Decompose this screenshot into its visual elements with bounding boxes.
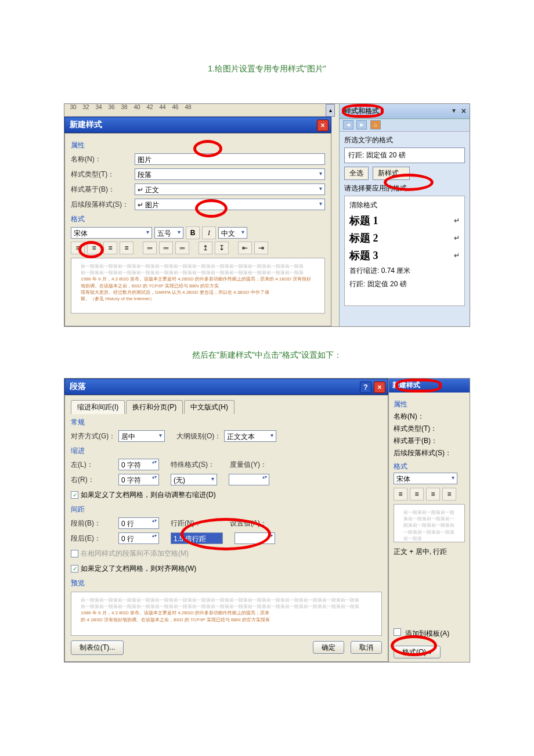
new-style-button[interactable]: 新样式... bbox=[373, 167, 410, 180]
style-item-heading1[interactable]: 标题 1↵ bbox=[348, 212, 461, 229]
left-indent-spinner[interactable]: 0 字符 bbox=[118, 459, 159, 470]
type-dropdown[interactable]: 段落 bbox=[135, 168, 325, 180]
section-general: 常规 bbox=[71, 417, 382, 427]
style-item-clear[interactable]: 清除格式 bbox=[348, 199, 461, 212]
frag-align-justify-icon[interactable]: ≡ bbox=[442, 488, 456, 501]
space-before-spinner[interactable]: 0 行 bbox=[118, 517, 159, 529]
align-center-icon[interactable]: ≡ bbox=[87, 242, 101, 254]
paragraph-dialog: 缩进和间距(I) 换行和分页(P) 中文版式(H) 常规 对齐方式(G)： 居中… bbox=[64, 395, 388, 662]
nav-back-icon[interactable]: ◄ bbox=[343, 120, 353, 129]
frag-align-left-icon[interactable]: ≡ bbox=[394, 488, 407, 501]
font-dropdown[interactable]: 宋体 bbox=[71, 227, 152, 239]
section-preview: 预览 bbox=[71, 578, 382, 588]
align-right-icon[interactable]: ≡ bbox=[103, 242, 117, 254]
caption-1: 1.给图片设置专用专用样式"图片" bbox=[0, 64, 534, 74]
selected-format-label: 所选文字的格式 bbox=[344, 135, 465, 145]
alignment-dropdown[interactable]: 居中 bbox=[118, 430, 165, 442]
nav-fwd-icon[interactable]: ► bbox=[356, 120, 367, 129]
section-format: 格式 bbox=[71, 214, 325, 224]
no-space-same-style-label: 在相同样式的段落间不添加空格(M) bbox=[81, 549, 189, 559]
right-indent-spinner[interactable]: 0 字符 bbox=[118, 474, 159, 485]
frag-align-right-icon[interactable]: ≡ bbox=[426, 488, 440, 501]
based-on-label: 样式基于(B)： bbox=[71, 185, 135, 195]
special-dropdown[interactable]: (无) bbox=[171, 474, 217, 485]
outline-dropdown[interactable]: 正文文本 bbox=[224, 430, 276, 442]
indent-icon[interactable]: ⇥ bbox=[254, 242, 268, 254]
format-button[interactable]: 格式(O) ▾ bbox=[394, 646, 441, 658]
caption-2: 然后在"新建样式"中点击"格式"设置如下： bbox=[0, 350, 534, 361]
frag-preview: 前一段落前一段落前一段落前一段落前一段落前一段落前一段落前一段落前一段落前一段落… bbox=[394, 504, 465, 542]
frag-align-center-icon[interactable]: ≡ bbox=[410, 488, 424, 501]
name-label: 名称(N)： bbox=[71, 154, 135, 164]
tab-indent-spacing[interactable]: 缩进和间距(I) bbox=[71, 400, 125, 414]
pane-close-icon[interactable]: × bbox=[461, 106, 466, 116]
snap-grid-checkbox[interactable]: ✓ bbox=[71, 565, 78, 573]
linespacing-1.5-icon[interactable]: ═ bbox=[159, 242, 173, 254]
name-input[interactable]: 图片 bbox=[135, 153, 325, 165]
special-label: 特殊格式(S)： bbox=[171, 460, 218, 470]
space-before-label: 段前(B)： bbox=[71, 519, 118, 528]
align-left-icon[interactable]: ≡ bbox=[71, 242, 85, 254]
frag-follow-label: 后续段落样式(S)： bbox=[394, 448, 465, 458]
add-template-checkbox[interactable] bbox=[394, 628, 401, 636]
dialog-titlebar: 新建样式 × bbox=[64, 117, 331, 133]
select-all-button[interactable]: 全选 bbox=[344, 167, 369, 180]
style-item-heading3[interactable]: 标题 3↵ bbox=[348, 247, 461, 264]
frag-font-dropdown[interactable]: 宋体 bbox=[394, 473, 457, 484]
based-on-dropdown[interactable]: ↵ 正文 bbox=[135, 183, 325, 195]
measure-label: 度量值(Y)： bbox=[230, 460, 277, 470]
style-preview: 前一段落前一段落前一段落前一段落前一段落前一段落前一段落前一段落前一段落前一段落… bbox=[71, 258, 325, 314]
choose-format-label: 请选择要应用的格式 bbox=[344, 183, 465, 193]
auto-adjust-checkbox[interactable]: ✓ bbox=[71, 491, 78, 499]
alignment-label: 对齐方式(G)： bbox=[71, 431, 118, 441]
space-after-spinner[interactable]: 0 行 bbox=[118, 532, 159, 544]
tab-line-page[interactable]: 换行和分页(P) bbox=[126, 400, 183, 414]
style-item-heading2[interactable]: 标题 2↵ bbox=[348, 229, 461, 247]
close-icon[interactable]: × bbox=[374, 381, 385, 393]
type-label: 样式类型(T)： bbox=[71, 170, 135, 179]
style-item-linespacing[interactable]: 行距: 固定值 20 磅 bbox=[348, 278, 461, 291]
add-template-label: 添加到模板(A) bbox=[405, 629, 449, 638]
tab-row: 缩进和间距(I) 换行和分页(P) 中文版式(H) bbox=[71, 400, 382, 414]
outdent-icon[interactable]: ⇤ bbox=[238, 242, 252, 254]
pane-dropdown-icon[interactable]: ▼ bbox=[451, 107, 457, 114]
style-item-indent[interactable]: 首行缩进: 0.74 厘米 bbox=[348, 264, 461, 278]
linespacing-dropdown[interactable]: 1.5 倍行距 bbox=[171, 532, 223, 544]
setvalue-label: 设置值(A)： bbox=[230, 519, 277, 528]
new-style-dialog: 属性 名称(N)： 图片 样式类型(T)： 段落 样式基于(B)： ↵ 正文 后… bbox=[64, 133, 331, 326]
screenshot-2: 段落 ? × 缩进和间距(I) 换行和分页(P) 中文版式(H) 常规 对齐方式… bbox=[64, 378, 470, 663]
linespacing-1-icon[interactable]: ═ bbox=[143, 242, 157, 254]
new-style-fragment: 新建样式 属性 名称(N)： 样式类型(T)： 样式基于(B)： 后续段落样式(… bbox=[388, 379, 470, 662]
setvalue-spinner[interactable] bbox=[234, 532, 275, 544]
help-icon[interactable]: ? bbox=[360, 381, 371, 393]
scroll-up-icon[interactable]: ▴ bbox=[326, 104, 335, 117]
frag-type-label: 样式类型(T)： bbox=[394, 424, 465, 434]
outline-label: 大纲级别(O)： bbox=[176, 431, 224, 441]
linespacing-2-icon[interactable]: ═ bbox=[175, 242, 189, 254]
ok-button[interactable]: 确定 bbox=[313, 641, 344, 654]
no-space-same-style-checkbox[interactable] bbox=[71, 550, 78, 557]
size-dropdown[interactable]: 五号 bbox=[154, 227, 183, 239]
measure-spinner[interactable] bbox=[229, 474, 269, 485]
pane-title: 样式和格式 ▼ × bbox=[340, 104, 470, 119]
tab-chinese[interactable]: 中文版式(H) bbox=[184, 400, 234, 414]
space-after-icon[interactable]: ↧ bbox=[215, 242, 229, 254]
selected-format-box: 行距: 固定值 20 磅 bbox=[344, 147, 465, 163]
cancel-button[interactable]: 取消 bbox=[351, 641, 382, 654]
paragraph-title: 段落 bbox=[70, 381, 86, 391]
section-spacing: 间距 bbox=[71, 505, 382, 514]
fragment-title: 新建样式 bbox=[389, 379, 470, 393]
screenshot-1: 30323436384042444648 ▴ 新建样式 × 属性 名称(N)： … bbox=[64, 103, 470, 327]
styles-task-pane: 样式和格式 ▼ × ◄ ► ⌂ 所选文字的格式 行距: 固定值 20 磅 全选 … bbox=[339, 104, 470, 326]
following-dropdown[interactable]: ↵ 图片 bbox=[135, 199, 325, 210]
italic-button[interactable]: I bbox=[202, 226, 216, 239]
close-icon[interactable]: × bbox=[317, 120, 329, 131]
frag-name-label: 名称(N)： bbox=[394, 412, 465, 422]
nav-home-icon[interactable]: ⌂ bbox=[370, 120, 381, 129]
lang-dropdown[interactable]: 中文 bbox=[218, 227, 247, 239]
bold-button[interactable]: B bbox=[186, 226, 200, 239]
space-before-icon[interactable]: ↥ bbox=[199, 242, 212, 254]
auto-adjust-label: 如果定义了文档网格，则自动调整右缩进(D) bbox=[81, 490, 216, 500]
tabs-button[interactable]: 制表位(T)... bbox=[71, 640, 124, 655]
align-justify-icon[interactable]: ≡ bbox=[120, 242, 134, 254]
